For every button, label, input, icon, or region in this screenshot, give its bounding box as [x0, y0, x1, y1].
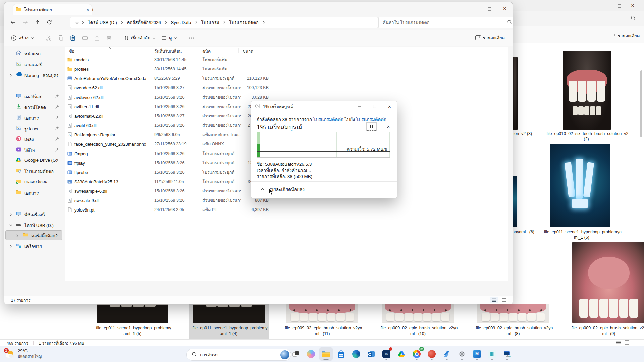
address-bar[interactable]: ไดรฟ์ USB (D:)คอร์สติ๊กต๊อก2026Sync Data… [70, 17, 378, 28]
sidebar-item[interactable]: ดาวน์โหลด [6, 102, 62, 111]
taskbar-google-drive[interactable] [395, 347, 408, 361]
sidebar-item-label: โปรแกรมตัดต่อ [24, 168, 54, 175]
breadcrumb-item[interactable]: ไดรฟ์ USB (D:) [86, 18, 119, 27]
chevron-right-icon[interactable] [9, 244, 12, 249]
tab-close-icon[interactable]: × [86, 7, 89, 12]
breadcrumb-item[interactable]: โปรแกรม [199, 18, 221, 27]
sidebar-item[interactable]: รูปภาพ [6, 124, 62, 133]
file-thumbnail[interactable] [563, 51, 611, 130]
file-thumbnail[interactable] [550, 144, 610, 227]
taskbar-workspaces[interactable] [440, 347, 453, 361]
rename-button[interactable] [79, 33, 91, 43]
music-icon [16, 136, 22, 143]
cut-button[interactable] [43, 33, 55, 43]
sidebar-item[interactable]: หน้าแรก [6, 49, 62, 58]
bg-scrollbar[interactable] [640, 70, 642, 137]
taskbar-remote-pc[interactable]: yc [500, 347, 514, 361]
taskbar-copilot[interactable] [304, 347, 318, 361]
sidebar-item[interactable]: โปรแกรมตัดต่อ [6, 166, 62, 175]
breadcrumb-item[interactable]: คอร์สติ๊กต๊อก2026 [125, 18, 163, 27]
chevron-right-icon[interactable] [16, 233, 19, 238]
bg-thumb-view-icon[interactable] [625, 340, 629, 346]
destination-folder-link[interactable]: โปรแกรมตัดต่อ [356, 117, 387, 122]
new-button[interactable]: สร้าง [8, 32, 37, 43]
pause-button[interactable] [367, 123, 376, 131]
forward-button[interactable] [19, 17, 31, 28]
up-button[interactable] [31, 17, 43, 28]
breadcrumb-item[interactable]: โปรแกรมตัดต่อ [227, 18, 261, 27]
source-folder-link[interactable]: โปรแกรมตัดต่อ [313, 117, 344, 122]
taskbar-red-app[interactable] [425, 347, 438, 361]
file-size: 100,123 KB [232, 83, 269, 93]
chevron-right-icon[interactable] [9, 73, 12, 78]
sidebar-item[interactable]: เพลง [6, 134, 62, 143]
file-row[interactable]: avcodec-62.dll15/10/2568 3:27ส่วนขยายของ… [65, 83, 501, 93]
taskbar-edge[interactable] [350, 347, 363, 361]
details-pane-button[interactable]: รายละเอียด [472, 32, 508, 43]
fewer-details-button[interactable]: รายละเอียดน้อยลง [260, 186, 305, 193]
taskbar-file-explorer[interactable] [319, 347, 333, 361]
bg-details-pane-button[interactable]: รายละเอียด [610, 32, 640, 39]
sidebar-item[interactable]: เครือข่าย [6, 241, 62, 250]
chevron-down-icon[interactable] [9, 223, 12, 228]
taskbar-notes[interactable] [485, 347, 499, 361]
paste-button[interactable] [67, 33, 79, 43]
delete-button[interactable] [103, 33, 115, 43]
new-tab-button[interactable]: + [91, 7, 94, 13]
taskbar-task-view[interactable] [289, 347, 303, 361]
sidebar-item[interactable]: เอกสาร [6, 188, 62, 197]
dialog-minimize-button[interactable] [352, 101, 367, 112]
sidebar-item[interactable]: Narong - ส่วนบุคคล [6, 70, 62, 79]
taskbar-ms-store[interactable] [334, 347, 348, 361]
view-button[interactable]: ดู [159, 32, 180, 43]
bg-list-view-icon[interactable] [616, 340, 621, 346]
sidebar-item[interactable]: ไดรฟ์ USB (D:) [6, 220, 62, 229]
close-button[interactable]: × [497, 2, 513, 15]
bg-minimize-button[interactable] [599, 1, 612, 10]
thumbnail-view-toggle[interactable] [500, 297, 508, 303]
sidebar-item[interactable]: macro 5sec [6, 177, 62, 186]
share-button[interactable] [91, 33, 103, 43]
sidebar-item[interactable]: วิดีโอ [6, 145, 62, 154]
progress-fill [257, 132, 260, 157]
copy-button[interactable] [55, 33, 67, 43]
file-thumbnail[interactable]: _file_ep009_02_epic_brush_solution_v2yam… [569, 242, 644, 340]
onedrive-icon [16, 72, 22, 77]
file-row[interactable]: yolov8n.pt24/11/2568 2:05แฟ้ม PT6,397 KB [65, 205, 501, 215]
bg-maximize-button[interactable] [612, 1, 626, 10]
sort-button[interactable]: เรียงลำดับ [121, 32, 159, 43]
taskbar-m-app[interactable]: M [470, 347, 484, 361]
dialog-close-button[interactable]: × [382, 101, 397, 112]
cancel-copy-button[interactable]: × [384, 122, 392, 130]
sidebar-item-label: macro 5sec [24, 179, 47, 184]
breadcrumb-item[interactable]: Sync Data [169, 19, 193, 26]
minimize-button[interactable] [466, 2, 482, 15]
taskbar-outlook[interactable] [365, 347, 378, 361]
more-options-button[interactable] [186, 35, 197, 41]
taskbar-settings[interactable] [455, 347, 469, 361]
maximize-button[interactable] [482, 2, 497, 15]
list-view-toggle[interactable] [490, 297, 498, 303]
taskbar-chrome[interactable]: SJ [410, 347, 423, 361]
file-row[interactable]: AutoReframeYuNetAiLensOnnxCuda8/1/2569 5… [65, 74, 501, 83]
file-row[interactable]: models30/11/2568 14:45โฟลเดอร์แฟ้ม [65, 55, 501, 64]
gdrive-icon [16, 157, 21, 163]
file-row[interactable]: profiles30/11/2568 14:45โฟลเดอร์แฟ้ม [65, 64, 501, 74]
bg-search-icon[interactable] [631, 15, 636, 22]
sidebar-item[interactable]: คอร์สติ๊กต๊อก2026 [6, 231, 62, 240]
taskbar-search[interactable]: การค้นหา [186, 349, 291, 361]
dialog-maximize-button[interactable] [367, 101, 382, 112]
sidebar-item[interactable]: แกลเลอรี [6, 60, 62, 69]
sidebar-item[interactable]: Google Drive (G: [6, 156, 62, 165]
weather-widget[interactable]: 2 29°C มีแดดส่วนใหญ่ [5, 348, 42, 359]
sidebar-item[interactable]: พีซีเครื่องนี้ [6, 209, 62, 219]
taskbar-premiere[interactable]: Ia [380, 347, 393, 361]
sidebar-item[interactable]: เอกสาร [6, 113, 62, 122]
search-input[interactable]: ค้นหาใน โปรแกรมตัดต่อ [378, 17, 513, 28]
sidebar-item[interactable]: เดสก์ท็อป [6, 92, 62, 101]
back-button[interactable] [7, 17, 19, 28]
refresh-button[interactable] [43, 17, 55, 28]
chevron-right-icon[interactable] [9, 212, 12, 217]
bg-close-button[interactable]: × [626, 1, 639, 10]
explorer-tab[interactable]: โปรแกรมตัดต่อ × [13, 4, 92, 15]
